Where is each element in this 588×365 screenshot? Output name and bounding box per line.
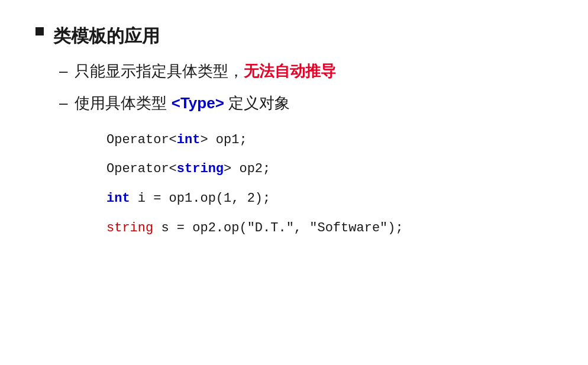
- code-line-3: int i = op1.op(1, 2);: [106, 187, 553, 211]
- code-line-1: Operator<int> op1;: [106, 128, 553, 152]
- sub-text-2-after: 定义对象: [224, 94, 290, 112]
- code-4-part-1: string: [106, 221, 153, 235]
- code-2-part-2: string: [177, 161, 224, 176]
- dash-1: –: [59, 60, 67, 82]
- sub-text-1: 只能显示指定具体类型，无法自动推导: [75, 60, 336, 82]
- code-3-part-1: int: [106, 191, 130, 206]
- code-block: Operator<int> op1; Operator<string> op2;…: [106, 128, 553, 240]
- sub-text-2: 使用具体类型 <Type> 定义对象: [75, 92, 290, 114]
- sub-text-1-normal: 只能显示指定具体类型，: [75, 62, 244, 80]
- code-line-4: string s = op2.op("D.T.", "Software");: [106, 217, 553, 240]
- bullet-square-icon: [35, 27, 44, 35]
- sub-items-container: – 只能显示指定具体类型，无法自动推导 – 使用具体类型 <Type> 定义对象…: [59, 60, 553, 240]
- sub-text-2-highlight: <Type>: [172, 94, 224, 112]
- slide-content: 类模板的应用 – 只能显示指定具体类型，无法自动推导 – 使用具体类型 <Typ…: [35, 24, 553, 246]
- sub-item-2: – 使用具体类型 <Type> 定义对象: [59, 92, 553, 114]
- main-bullet-item: 类模板的应用: [35, 24, 553, 49]
- dash-2: –: [59, 92, 67, 114]
- code-4-part-2: s = op2.op("D.T.", "Software");: [153, 221, 403, 235]
- code-1-part-1: Operator<: [106, 133, 177, 147]
- main-bullet-text: 类模板的应用: [53, 24, 160, 49]
- sub-text-2-before: 使用具体类型: [75, 94, 171, 112]
- code-line-2: Operator<string> op2;: [106, 157, 553, 181]
- code-1-part-2: int: [177, 133, 201, 147]
- sub-text-1-highlight: 无法自动推导: [244, 62, 336, 80]
- code-3-part-2: i = op1.op(1, 2);: [130, 191, 271, 206]
- code-2-part-3: > op2;: [224, 161, 270, 176]
- code-1-part-3: > op1;: [200, 133, 247, 147]
- sub-item-1: – 只能显示指定具体类型，无法自动推导: [59, 60, 553, 82]
- code-2-part-1: Operator<: [106, 161, 177, 176]
